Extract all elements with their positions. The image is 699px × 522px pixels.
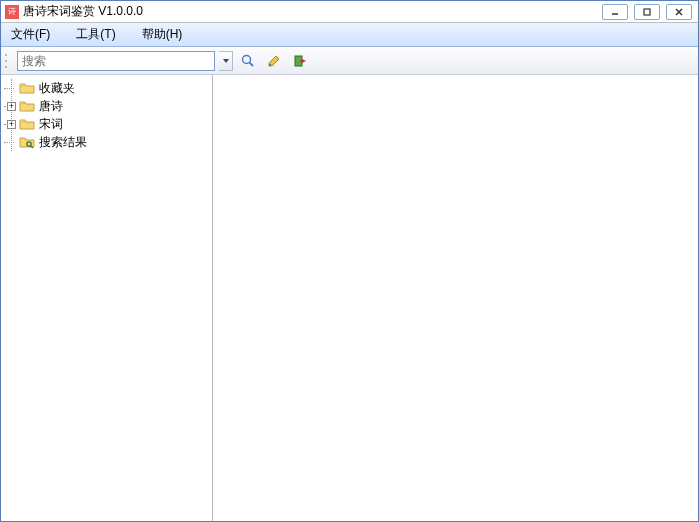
folder-search-icon <box>19 135 35 149</box>
search-dropdown-button[interactable] <box>219 51 233 71</box>
tree-label: 唐诗 <box>39 98 63 115</box>
tree-item-tang[interactable]: + 唐诗 <box>12 97 210 115</box>
minimize-button[interactable] <box>602 4 628 20</box>
close-button[interactable] <box>666 4 692 20</box>
content-area: 收藏夹 + 唐诗 + 宋词 <box>1 75 698 521</box>
tree-root: 收藏夹 + 唐诗 + 宋词 <box>11 79 210 151</box>
menu-file[interactable]: 文件(F) <box>7 24 54 45</box>
svg-point-5 <box>243 55 251 63</box>
svg-rect-15 <box>20 102 25 104</box>
tree-label: 搜索结果 <box>39 134 87 151</box>
tree-panel: 收藏夹 + 唐诗 + 宋词 <box>1 75 213 521</box>
tree-item-favorites[interactable]: 收藏夹 <box>12 79 210 97</box>
svg-rect-13 <box>20 84 25 86</box>
tree-item-song[interactable]: + 宋词 <box>12 115 210 133</box>
tree-expander[interactable]: + <box>7 120 16 129</box>
tree-expander-blank <box>7 84 16 93</box>
maximize-button[interactable] <box>634 4 660 20</box>
edit-icon[interactable] <box>263 50 285 72</box>
search-input[interactable] <box>17 51 215 71</box>
window-controls <box>602 4 692 20</box>
tree-expander[interactable]: + <box>7 102 16 111</box>
folder-icon <box>19 117 35 131</box>
toolbar-grip <box>5 52 11 70</box>
window-title: 唐诗宋词鉴赏 V1.0.0.0 <box>23 3 602 20</box>
menu-tools[interactable]: 工具(T) <box>72 24 119 45</box>
menu-help[interactable]: 帮助(H) <box>138 24 187 45</box>
toolbar <box>1 47 698 75</box>
search-icon[interactable] <box>237 50 259 72</box>
tree-label: 收藏夹 <box>39 80 75 97</box>
folder-icon <box>19 81 35 95</box>
svg-line-6 <box>250 62 254 66</box>
titlebar: 诗 唐诗宋词鉴赏 V1.0.0.0 <box>1 1 698 23</box>
app-window: 诗 唐诗宋词鉴赏 V1.0.0.0 文件(F) 工具(T) 帮助(H) <box>0 0 699 522</box>
svg-marker-4 <box>223 59 229 63</box>
app-icon: 诗 <box>5 5 19 19</box>
svg-rect-17 <box>20 120 25 122</box>
tree-label: 宋词 <box>39 116 63 133</box>
menubar: 文件(F) 工具(T) 帮助(H) <box>1 23 698 47</box>
svg-rect-1 <box>644 9 650 15</box>
tree-item-results[interactable]: 搜索结果 <box>12 133 210 151</box>
tree-expander-blank <box>7 138 16 147</box>
exit-icon[interactable] <box>289 50 311 72</box>
folder-icon <box>19 99 35 113</box>
main-panel <box>213 75 698 521</box>
